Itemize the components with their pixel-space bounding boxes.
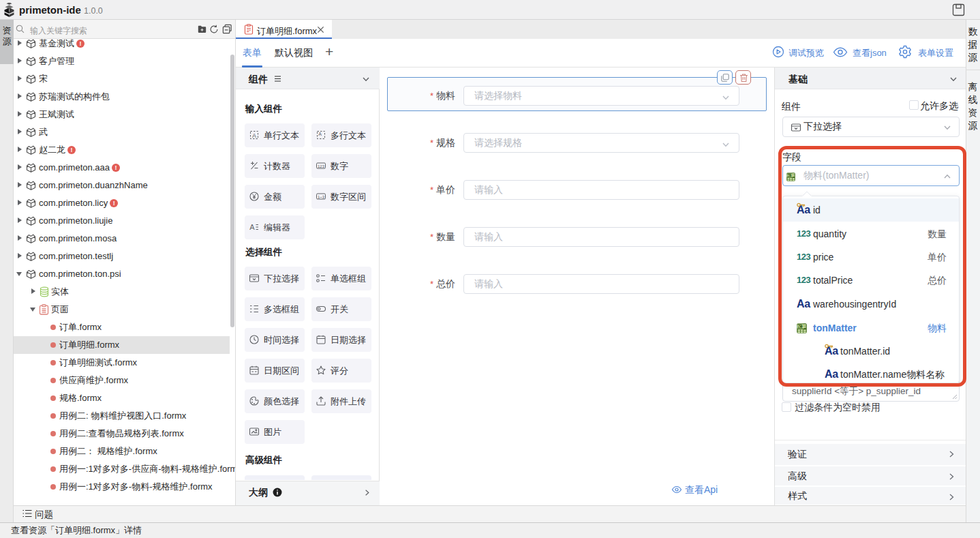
svg-text:1~3: 1~3 (318, 195, 325, 199)
svg-text:A: A (252, 132, 256, 139)
svg-text:A: A (318, 132, 322, 136)
svg-text:A: A (249, 223, 255, 231)
svg-text:123: 123 (318, 164, 325, 168)
